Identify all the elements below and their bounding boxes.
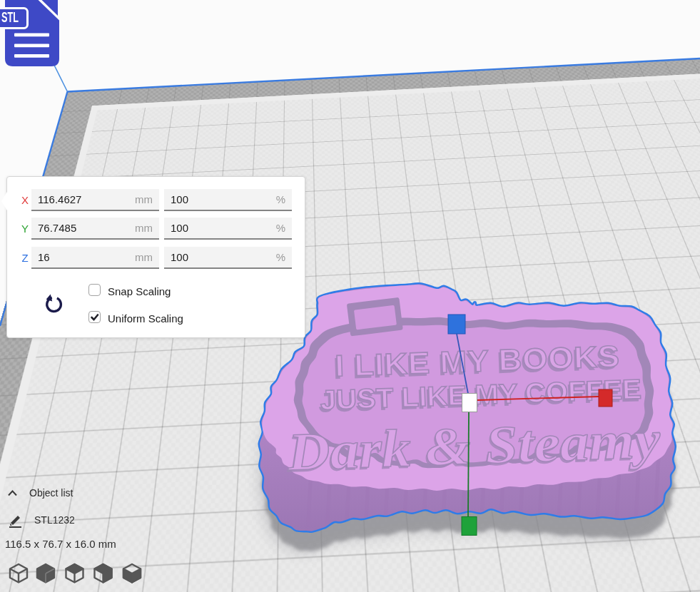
svg-text:STL: STL: [1, 9, 19, 25]
